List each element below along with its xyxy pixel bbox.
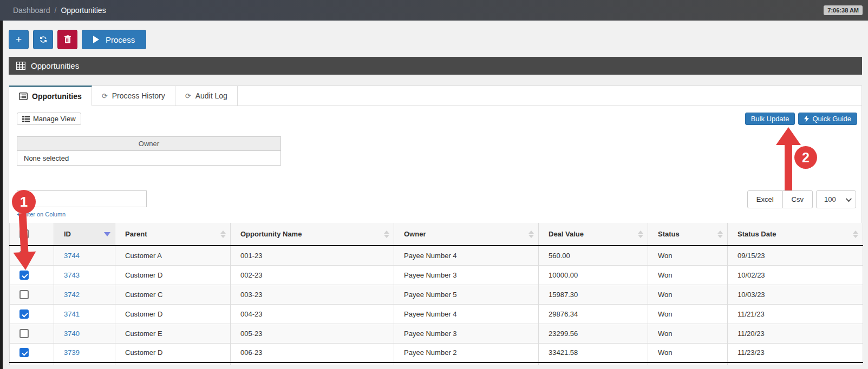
parent-cell: Customer C bbox=[115, 285, 231, 304]
id-cell: 3742 bbox=[54, 285, 115, 304]
column-header-id[interactable]: ID bbox=[54, 223, 115, 246]
opportunity-id-link[interactable]: 3741 bbox=[64, 310, 80, 318]
sort-icon bbox=[220, 230, 226, 238]
column-header-parent[interactable]: Parent bbox=[115, 223, 231, 246]
owner-cell: Payee Number 3 bbox=[394, 265, 539, 285]
row-select-cell bbox=[10, 324, 54, 343]
breadcrumb: Dashboard / Opportunities bbox=[13, 6, 106, 15]
id-cell: 3741 bbox=[54, 304, 115, 324]
tab-opportunities[interactable]: Opportunities bbox=[9, 85, 92, 106]
opportunity-id-link[interactable]: 3743 bbox=[64, 271, 80, 279]
process-button[interactable]: Process bbox=[82, 30, 146, 49]
status-date-cell: 10/03/23 bbox=[728, 285, 863, 304]
column-header-opportunity-name[interactable]: Opportunity Name bbox=[231, 223, 394, 246]
sort-icon bbox=[528, 230, 534, 238]
column-header-status-date[interactable]: Status Date bbox=[728, 223, 863, 246]
tab-process-history[interactable]: ⟳ Process History bbox=[92, 85, 175, 106]
manage-view-label: Manage View bbox=[33, 115, 76, 123]
row-checkbox[interactable] bbox=[19, 329, 29, 338]
id-cell: 3739 bbox=[54, 343, 115, 363]
manage-view-button[interactable]: Manage View bbox=[17, 113, 81, 125]
parent-cell: Customer E bbox=[115, 324, 231, 343]
column-header-deal-value[interactable]: Deal Value bbox=[539, 223, 648, 246]
row-select-cell bbox=[10, 343, 54, 363]
owner-filter-header: Owner bbox=[17, 136, 281, 151]
play-icon bbox=[93, 36, 99, 43]
deal-value-cell: 560.00 bbox=[539, 246, 648, 265]
clock-badge: 7:06:38 AM bbox=[824, 5, 863, 15]
opportunity-id-link[interactable]: 3744 bbox=[64, 252, 80, 260]
column-header-label: Deal Value bbox=[549, 230, 584, 238]
quick-guide-button[interactable]: Quick Guide bbox=[798, 113, 857, 125]
process-button-label: Process bbox=[106, 35, 135, 44]
table-row: 3741Customer D004-23Payee Number 429876.… bbox=[10, 304, 863, 324]
search-input[interactable] bbox=[17, 190, 147, 207]
table-row: 3739Customer D006-23Payee Number 233421.… bbox=[10, 343, 863, 363]
parent-cell: Customer D bbox=[115, 304, 231, 324]
deal-value-cell: 15987.30 bbox=[539, 285, 648, 304]
tab-process-history-label: Process History bbox=[112, 91, 165, 100]
owner-cell: Payee Number 2 bbox=[394, 343, 539, 363]
opportunities-tab-panel: Manage View Bulk Update Quick Guide Owne… bbox=[9, 106, 862, 348]
status-cell: Won bbox=[648, 246, 728, 265]
row-checkbox[interactable] bbox=[19, 309, 29, 319]
excel-export-button[interactable]: Excel bbox=[747, 190, 783, 208]
table-row: 3740Customer E005-23Payee Number 323299.… bbox=[10, 324, 863, 343]
tab-audit-log[interactable]: ⟳ Audit Log bbox=[175, 85, 238, 106]
opportunity-id-link[interactable]: 3742 bbox=[64, 291, 80, 299]
status-date-cell: 11/20/23 bbox=[728, 324, 863, 343]
refresh-icon: ⟳ bbox=[185, 92, 191, 100]
tab-opportunities-label: Opportunities bbox=[32, 92, 82, 101]
select-all-checkbox[interactable] bbox=[19, 229, 29, 239]
column-header-label: Status bbox=[658, 230, 680, 238]
column-header-owner[interactable]: Owner bbox=[394, 223, 539, 246]
quick-guide-label: Quick Guide bbox=[812, 115, 851, 123]
row-select-cell bbox=[10, 265, 54, 285]
table-row-partial bbox=[10, 363, 863, 365]
owner-filter: Owner None selected bbox=[17, 136, 281, 166]
owner-cell: Payee Number 4 bbox=[394, 246, 539, 265]
refresh-icon: ⟳ bbox=[102, 92, 108, 100]
row-select-cell bbox=[10, 285, 54, 304]
parent-cell: Customer D bbox=[115, 265, 231, 285]
column-header-label: ID bbox=[64, 230, 71, 238]
id-cell: 3744 bbox=[54, 246, 115, 265]
column-header-label: Parent bbox=[125, 230, 147, 238]
top-navbar: Dashboard / Opportunities 7:06:38 AM bbox=[0, 0, 868, 21]
sort-icon bbox=[384, 230, 389, 238]
deal-value-cell: 10000.00 bbox=[539, 265, 648, 285]
filter-on-column-link[interactable]: + Filter on Column bbox=[17, 211, 66, 218]
status-cell: Won bbox=[648, 304, 728, 324]
column-header-status[interactable]: Status bbox=[648, 223, 728, 246]
opportunity-id-link[interactable]: 3740 bbox=[64, 330, 80, 338]
row-select-cell bbox=[10, 246, 54, 265]
table-row: 3743Customer D002-23Payee Number 310000.… bbox=[10, 265, 863, 285]
page-size-value: 100 bbox=[824, 195, 836, 203]
delete-button[interactable] bbox=[57, 30, 77, 49]
collapsed-sidebar-strip[interactable] bbox=[0, 21, 3, 369]
row-checkbox[interactable] bbox=[19, 271, 29, 280]
sort-icon bbox=[717, 230, 723, 238]
opportunities-table: ID Parent Opportunity Name Owner bbox=[9, 223, 863, 365]
csv-export-button[interactable]: Csv bbox=[783, 190, 813, 208]
row-checkbox[interactable] bbox=[19, 348, 29, 357]
panel-title: Opportunities bbox=[31, 61, 79, 70]
refresh-button[interactable] bbox=[33, 30, 53, 49]
bulk-update-label: Bulk Update bbox=[751, 115, 789, 123]
bulk-update-button[interactable]: Bulk Update bbox=[745, 113, 795, 125]
opportunity-name-cell: 006-23 bbox=[231, 343, 394, 363]
select-all-header bbox=[10, 223, 54, 246]
sort-desc-icon bbox=[104, 232, 110, 236]
add-button[interactable]: + bbox=[9, 30, 29, 49]
row-checkbox[interactable] bbox=[19, 251, 29, 260]
owner-cell: Payee Number 3 bbox=[394, 324, 539, 343]
breadcrumb-dashboard[interactable]: Dashboard bbox=[13, 6, 50, 15]
deal-value-cell: 23299.56 bbox=[539, 324, 648, 343]
opportunity-id-link[interactable]: 3739 bbox=[64, 348, 80, 357]
owner-filter-select[interactable]: None selected bbox=[17, 151, 281, 166]
owner-cell: Payee Number 4 bbox=[394, 304, 539, 324]
row-checkbox[interactable] bbox=[19, 290, 29, 299]
deal-value-cell: 29876.34 bbox=[539, 304, 648, 324]
page-size-select[interactable]: 100 bbox=[816, 190, 856, 208]
parent-cell: Customer D bbox=[115, 343, 231, 363]
